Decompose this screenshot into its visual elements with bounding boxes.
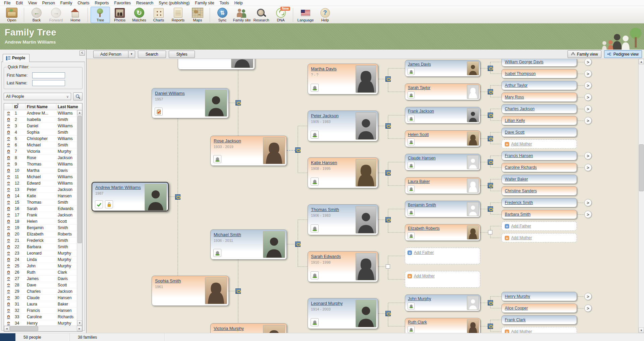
expand-ancestors-arrow[interactable]: > bbox=[584, 199, 592, 206]
person-row[interactable]: 7 Victoria Murphy bbox=[4, 148, 82, 155]
marriage-icon[interactable] bbox=[385, 311, 391, 316]
ancestor-bar[interactable]: Arthur Taylor > bbox=[501, 81, 577, 90]
people-list-horizontal-scrollbar[interactable]: ◄ ► bbox=[4, 326, 82, 331]
person-name-link[interactable]: Frederick Smith bbox=[505, 200, 533, 205]
person-row[interactable]: 27 James Davis bbox=[4, 276, 82, 282]
marriage-icon[interactable] bbox=[488, 89, 493, 94]
ancestor-bar[interactable]: Frederick Smith > bbox=[501, 198, 577, 207]
person-card[interactable]: Victoria Murphy 1939 bbox=[210, 323, 287, 333]
person-name-link[interactable]: Thomas Smith bbox=[311, 207, 339, 212]
ancestor-bar[interactable]: Henry Murphy > bbox=[501, 292, 577, 301]
toolbar-button[interactable]: Home bbox=[66, 7, 85, 23]
person-row[interactable]: 14 Katie Hansen bbox=[4, 193, 82, 199]
toolbar-button[interactable]: Matches bbox=[129, 7, 149, 23]
expand-ancestors-arrow[interactable]: > bbox=[584, 93, 592, 101]
person-card[interactable]: John Murphy John Murphy bbox=[405, 294, 480, 311]
person-name-link[interactable]: Ruth Clark bbox=[408, 320, 427, 325]
person-name-link[interactable]: Martha Davis bbox=[311, 66, 337, 71]
person-name-link[interactable]: Claude Hansen bbox=[408, 156, 436, 160]
menu-item[interactable]: Family bbox=[58, 0, 75, 6]
privacy-lock-icon[interactable] bbox=[105, 200, 113, 208]
menu-item[interactable]: Tools bbox=[217, 0, 232, 6]
toolbar-button[interactable]: Maps bbox=[188, 7, 207, 23]
person-row[interactable]: 28 Dave Scott bbox=[4, 282, 82, 288]
scroll-right-icon[interactable]: ► bbox=[77, 326, 82, 331]
ancestor-bar[interactable]: Dave Scott > bbox=[501, 128, 577, 137]
pedigree-canvas[interactable]: Daniel Williams 1957 Sophia Smith 1961 A… bbox=[87, 59, 644, 333]
task-clipboard-icon[interactable] bbox=[155, 108, 163, 116]
toolbar-button[interactable]: Open bbox=[2, 7, 21, 23]
person-card[interactable]: Michael Smith 1936 - 2011 bbox=[210, 229, 287, 260]
person-name-link[interactable]: Frank Jackson bbox=[408, 109, 434, 114]
ancestor-bar[interactable]: Add Father > bbox=[501, 221, 577, 231]
person-name-link[interactable]: Caroline Richards bbox=[505, 165, 537, 170]
person-name-link[interactable]: Barbara Smith bbox=[505, 212, 531, 217]
ancestor-bar[interactable]: Walter Baker > bbox=[501, 175, 577, 184]
first-name-input[interactable] bbox=[32, 72, 65, 78]
person-row[interactable]: 12 Edward Williams bbox=[4, 180, 82, 187]
marriage-icon[interactable] bbox=[295, 147, 301, 153]
pedigree-view-button[interactable]: Pedigree view bbox=[604, 50, 642, 58]
marriage-icon[interactable] bbox=[488, 206, 493, 212]
person-row[interactable]: 5 Christopher Williams bbox=[4, 136, 82, 142]
person-card[interactable]: Claude Hansen Claude Hansen bbox=[405, 154, 480, 170]
person-row[interactable]: 17 Frank Jackson bbox=[4, 212, 82, 218]
marriage-icon[interactable] bbox=[295, 242, 301, 247]
person-name-link[interactable]: Add Mother bbox=[511, 329, 532, 333]
person-card[interactable]: Frank Jackson Frank Jackson bbox=[405, 107, 480, 124]
person-name-link[interactable]: Alice Cooper bbox=[505, 306, 528, 311]
ancestor-bar[interactable]: Barbara Smith > bbox=[501, 210, 577, 219]
person-row[interactable]: 23 Leonard Murphy bbox=[4, 250, 82, 257]
person-card[interactable]: Katie Hansen 1908 - 1995 bbox=[308, 157, 378, 188]
empty-union-icon[interactable] bbox=[488, 230, 492, 234]
person-row[interactable]: 25 John Murphy bbox=[4, 263, 82, 269]
family-view-button[interactable]: Family view bbox=[568, 50, 601, 58]
ancestor-bar[interactable]: Lillian Kelly > bbox=[501, 116, 577, 125]
person-row[interactable]: 4 Sophia Smith bbox=[4, 129, 82, 136]
person-name-link[interactable]: Sarah Taylor bbox=[408, 85, 430, 90]
person-row[interactable]: 18 Helen Scott bbox=[4, 218, 82, 225]
marriage-icon[interactable] bbox=[488, 324, 493, 329]
person-name-link[interactable]: Add Mother bbox=[511, 142, 532, 146]
person-name-link[interactable]: Rose Jackson bbox=[214, 138, 241, 143]
menu-item[interactable]: File bbox=[1, 0, 13, 6]
marriage-icon[interactable] bbox=[488, 159, 493, 165]
ancestor-bar[interactable]: Isabel Thompson > bbox=[501, 69, 577, 78]
menu-item[interactable]: Research bbox=[133, 0, 156, 6]
person-card[interactable]: Thomas Smith 1906 - 1983 bbox=[308, 204, 378, 235]
marriage-icon[interactable] bbox=[385, 123, 391, 129]
person-row[interactable]: 29 Charles Jackson bbox=[4, 288, 82, 295]
ancestor-bar[interactable]: Alice Cooper > bbox=[501, 303, 577, 313]
person-row[interactable]: 33 Caroline Richards bbox=[4, 314, 82, 320]
person-row[interactable]: 31 Laura Baker bbox=[4, 301, 82, 308]
person-row[interactable]: 19 Benjamin Smith bbox=[4, 225, 82, 231]
marriage-icon[interactable] bbox=[488, 136, 493, 141]
expand-ancestors-arrow[interactable]: > bbox=[584, 152, 592, 159]
marriage-icon[interactable] bbox=[488, 66, 493, 71]
toolbar-button[interactable]: New DNA bbox=[271, 7, 290, 23]
search-button[interactable]: Search bbox=[138, 51, 166, 58]
scrollbar-thumb[interactable] bbox=[10, 326, 38, 331]
ancestor-bar[interactable]: Francis Hansen > bbox=[501, 151, 577, 160]
person-card[interactable]: Rose Jackson 1933 - 2019 bbox=[210, 136, 287, 166]
ancestor-bar[interactable]: Add Mother > bbox=[501, 233, 577, 243]
menu-item[interactable]: Edit bbox=[13, 0, 25, 6]
toolbar-button[interactable]: Photos bbox=[110, 7, 129, 23]
menu-item[interactable]: Sync (publishing) bbox=[156, 0, 192, 6]
expand-ancestors-arrow[interactable]: > bbox=[584, 304, 592, 312]
person-name-link[interactable]: Helen Scott bbox=[408, 132, 429, 137]
partial-ancestor-card[interactable] bbox=[178, 59, 255, 70]
person-row[interactable]: 20 Elizabeth Roberts bbox=[4, 231, 82, 237]
person-card[interactable]: Elizabeth Roberts Elizabeth Rob bbox=[405, 224, 480, 241]
scroll-up-icon[interactable]: ▲ bbox=[639, 59, 644, 64]
person-row[interactable]: 32 Francis Hansen bbox=[4, 308, 82, 314]
ancestor-bar[interactable]: Caroline Richards > bbox=[501, 163, 577, 172]
person-name-link[interactable]: Leonard Murphy bbox=[311, 301, 343, 306]
person-card[interactable]: Helen Scott Helen Scott bbox=[405, 130, 480, 147]
toolbar-button[interactable]: Language bbox=[296, 7, 315, 23]
person-name-link[interactable]: Mary Ross bbox=[505, 95, 524, 99]
person-row[interactable]: 13 Peter Jackson bbox=[4, 187, 82, 193]
person-name-link[interactable]: Lillian Kelly bbox=[505, 118, 525, 123]
person-card[interactable]: Sarah Taylor Sarah Taylor bbox=[405, 83, 480, 100]
toolbar-button[interactable]: Charts bbox=[149, 7, 168, 23]
